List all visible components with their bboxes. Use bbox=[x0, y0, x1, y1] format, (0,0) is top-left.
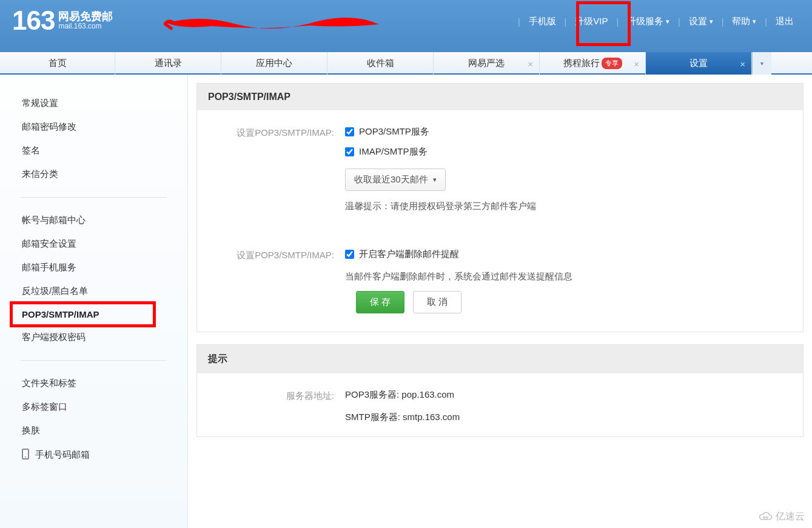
sidebar-divider bbox=[21, 197, 167, 198]
sidebar-item-label: 手机号码邮箱 bbox=[35, 449, 90, 459]
nav-settings[interactable]: 设置▾ bbox=[689, 16, 713, 27]
close-icon[interactable]: × bbox=[634, 58, 639, 69]
logo-sub: mail.163.com bbox=[58, 22, 113, 30]
content-area: POP3/SMTP/IMAP 设置POP3/SMTP/IMAP: POP3/SM… bbox=[188, 75, 812, 528]
watermark-text: 亿速云 bbox=[776, 510, 805, 523]
cancel-button[interactable]: 取 消 bbox=[413, 291, 461, 313]
svg-point-0 bbox=[763, 516, 765, 518]
checkbox-pop3smtp[interactable]: POP3/SMTP服务 bbox=[345, 126, 788, 138]
sidebar-item-password[interactable]: 邮箱密码修改 bbox=[13, 115, 174, 139]
form-label-server: 服务器地址: bbox=[212, 389, 345, 434]
chevron-down-icon: ▾ bbox=[753, 18, 756, 25]
checkbox-input[interactable] bbox=[345, 147, 354, 156]
checkbox-label: IMAP/SMTP服务 bbox=[359, 146, 428, 158]
tab-home[interactable]: 首页 bbox=[0, 52, 115, 75]
nav-logout[interactable]: 退出 bbox=[776, 16, 794, 27]
tab-apps[interactable]: 应用中心 bbox=[221, 52, 327, 75]
main: 常规设置 邮箱密码修改 签名 来信分类 帐号与邮箱中心 邮箱安全设置 邮箱手机服… bbox=[0, 75, 812, 528]
close-icon[interactable]: × bbox=[528, 58, 533, 69]
sidebar-item-mobile-mailbox[interactable]: 手机号码邮箱 bbox=[13, 443, 174, 467]
header-bar: 163 网易免费邮 mail.163.com | 手机版 | 升级VIP | 升… bbox=[0, 0, 812, 52]
nav-vip[interactable]: 升级VIP bbox=[575, 16, 608, 27]
close-icon[interactable]: × bbox=[740, 58, 745, 69]
panel-server-info: 提示 服务器地址: POP3服务器: pop.163.com SMTP服务器: … bbox=[196, 344, 804, 437]
tab-settings[interactable]: 设置 × bbox=[646, 52, 752, 75]
tab-label: 网易严选 bbox=[468, 58, 505, 69]
chevron-down-icon: ▾ bbox=[433, 176, 437, 184]
watermark: 亿速云 bbox=[757, 510, 805, 523]
nav-sep: | bbox=[678, 17, 680, 27]
panel-pop3-settings: POP3/SMTP/IMAP 设置POP3/SMTP/IMAP: POP3/SM… bbox=[196, 83, 804, 332]
sidebar-item-signature[interactable]: 签名 bbox=[13, 139, 174, 162]
tab-ctrip[interactable]: 携程旅行 专享 × bbox=[540, 52, 646, 75]
tab-contacts[interactable]: 通讯录 bbox=[115, 52, 221, 75]
chevron-down-icon: ▾ bbox=[710, 18, 713, 25]
form-label-services: 设置POP3/SMTP/IMAP: bbox=[212, 126, 345, 212]
form-label-delete: 设置POP3/SMTP/IMAP: bbox=[212, 249, 345, 282]
save-button[interactable]: 保 存 bbox=[356, 291, 404, 313]
sidebar-item-classify[interactable]: 来信分类 bbox=[13, 162, 174, 186]
top-nav: | 手机版 | 升级VIP | 升级服务▾ | 设置▾ | 帮助▾ | 退出 bbox=[509, 16, 794, 27]
sidebar-item-pop3[interactable]: POP3/SMTP/IMAP bbox=[13, 303, 174, 326]
cloud-icon bbox=[757, 512, 773, 523]
settings-sidebar: 常规设置 邮箱密码修改 签名 来信分类 帐号与邮箱中心 邮箱安全设置 邮箱手机服… bbox=[0, 75, 188, 528]
redacted-scribble bbox=[164, 11, 382, 35]
tab-yanxuan[interactable]: 网易严选 × bbox=[434, 52, 540, 75]
panel-title: POP3/SMTP/IMAP bbox=[197, 84, 803, 110]
nav-upgrade-service[interactable]: 升级服务▾ bbox=[627, 16, 669, 27]
chevron-down-icon: ▾ bbox=[666, 18, 669, 25]
tab-label: 携程旅行 bbox=[563, 58, 600, 69]
sidebar-item-skin[interactable]: 换肤 bbox=[13, 419, 174, 443]
sidebar-item-security[interactable]: 邮箱安全设置 bbox=[13, 232, 174, 256]
sidebar-item-auth-code[interactable]: 客户端授权密码 bbox=[13, 326, 174, 349]
delete-notify-desc: 当邮件客户端删除邮件时，系统会通过邮件发送提醒信息 bbox=[345, 271, 788, 282]
tab-label: 设置 bbox=[690, 58, 708, 69]
checkbox-delete-notify[interactable]: 开启客户端删除邮件提醒 bbox=[345, 249, 788, 260]
sidebar-item-label: POP3/SMTP/IMAP bbox=[22, 309, 99, 319]
tab-overflow-dropdown[interactable]: ▾ bbox=[752, 52, 771, 75]
svg-point-1 bbox=[766, 516, 768, 518]
logo[interactable]: 163 网易免费邮 mail.163.com bbox=[12, 7, 113, 34]
logo-title: 网易免费邮 bbox=[58, 11, 113, 23]
phone-icon bbox=[22, 449, 29, 459]
logo-number: 163 bbox=[12, 7, 55, 34]
nav-sep: | bbox=[616, 17, 619, 27]
pop3-server-line: POP3服务器: pop.163.com bbox=[345, 389, 788, 401]
nav-help[interactable]: 帮助▾ bbox=[732, 16, 756, 27]
select-value: 收取最近30天邮件 bbox=[354, 174, 428, 185]
checkbox-input[interactable] bbox=[345, 250, 354, 259]
nav-sep: | bbox=[765, 17, 767, 27]
sidebar-item-multiwindow[interactable]: 多标签窗口 bbox=[13, 395, 174, 419]
nav-sep: | bbox=[518, 17, 520, 27]
checkbox-imapsmtp[interactable]: IMAP/SMTP服务 bbox=[345, 146, 788, 158]
sidebar-divider bbox=[21, 360, 167, 361]
select-fetch-range[interactable]: 收取最近30天邮件 ▾ bbox=[345, 169, 446, 191]
smtp-server-line: SMTP服务器: smtp.163.com bbox=[345, 412, 788, 423]
checkbox-label: POP3/SMTP服务 bbox=[359, 126, 429, 138]
nav-mobile[interactable]: 手机版 bbox=[529, 16, 556, 27]
logo-text: 网易免费邮 mail.163.com bbox=[58, 11, 113, 31]
badge-exclusive: 专享 bbox=[602, 58, 622, 69]
panel-title: 提示 bbox=[197, 345, 803, 373]
sidebar-item-folders[interactable]: 文件夹和标签 bbox=[13, 372, 174, 395]
nav-sep: | bbox=[722, 17, 724, 27]
sidebar-item-general[interactable]: 常规设置 bbox=[13, 92, 174, 115]
nav-sep: | bbox=[565, 17, 567, 27]
tab-inbox[interactable]: 收件箱 bbox=[327, 52, 434, 75]
auth-code-tip: 温馨提示：请使用授权码登录第三方邮件客户端 bbox=[345, 201, 788, 212]
sidebar-item-account[interactable]: 帐号与邮箱中心 bbox=[13, 209, 174, 232]
tabs-row: 首页 通讯录 应用中心 收件箱 网易严选 × 携程旅行 专享 × 设置 × ▾ bbox=[0, 52, 812, 75]
checkbox-input[interactable] bbox=[345, 127, 354, 136]
sidebar-item-phone-service[interactable]: 邮箱手机服务 bbox=[13, 256, 174, 279]
checkbox-label: 开启客户端删除邮件提醒 bbox=[359, 249, 459, 260]
sidebar-item-spam[interactable]: 反垃圾/黑白名单 bbox=[13, 279, 174, 303]
